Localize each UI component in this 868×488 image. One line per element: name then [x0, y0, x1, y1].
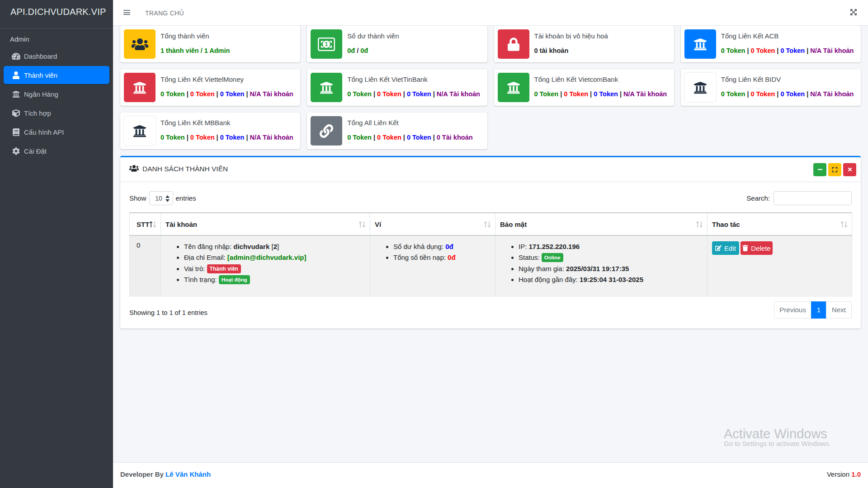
svg-text:1: 1	[325, 41, 328, 47]
